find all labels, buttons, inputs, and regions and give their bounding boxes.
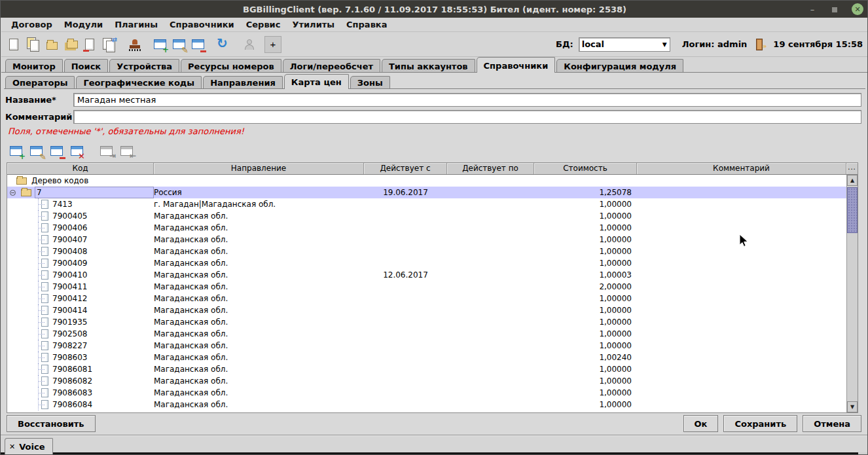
sub-tab[interactable]: Географические коды: [76, 76, 202, 89]
code-value: 7: [35, 187, 154, 198]
add-tab-button[interactable]: +: [264, 36, 281, 53]
code-cell: 7900414: [7, 304, 154, 316]
cost-cell: 1,00000: [534, 257, 637, 269]
menu-item[interactable]: Модули: [58, 18, 109, 31]
main-tab[interactable]: Логи/переобсчет: [283, 59, 380, 73]
table-row[interactable]: 7900406Магаданская обл.1,00000: [7, 222, 846, 234]
main-tab[interactable]: Поиск: [64, 59, 108, 73]
valid-to-cell: [447, 293, 534, 304]
table-row[interactable]: 7900410Магаданская обл.12.06.20171,00003: [7, 269, 846, 281]
name-input[interactable]: [73, 93, 861, 107]
column-header[interactable]: Стоимость: [534, 163, 637, 174]
table-row[interactable]: 7900409Магаданская обл.1,00000: [7, 257, 846, 269]
code-cell: 7908603: [7, 352, 154, 363]
column-header[interactable]: Действует по: [447, 163, 534, 174]
valid-to-cell: [447, 246, 534, 257]
table-row[interactable]: 7900405Магаданская обл.1,00000: [7, 210, 846, 222]
direction-cell: Магаданская обл.: [154, 222, 364, 234]
table-row[interactable]: 7900414Магаданская обл.1,00000: [7, 304, 846, 316]
refresh-icon[interactable]: ↻: [216, 37, 232, 52]
main-tab[interactable]: Ресурсы номеров: [181, 59, 281, 73]
valid-from-cell: [364, 281, 447, 293]
direction-cell: г. Магадан|Магаданская обл.: [154, 198, 364, 210]
menu-item[interactable]: Справочники: [164, 18, 240, 31]
close-button[interactable]: ✕: [852, 3, 863, 15]
menu-item[interactable]: Справка: [340, 18, 393, 31]
table-row[interactable]: 79086083Магаданская обл.1,00000: [7, 387, 846, 399]
folders-icon[interactable]: [63, 37, 79, 52]
menu-item[interactable]: Плагины: [109, 18, 164, 31]
ok-button[interactable]: Ок: [683, 415, 719, 432]
table-row[interactable]: 79086081Магаданская обл.1,00000: [7, 363, 846, 375]
valid-from-cell: [364, 222, 447, 234]
column-selector-button[interactable]: ...: [846, 163, 858, 174]
comment-cell: [637, 363, 846, 375]
tab-voice[interactable]: ✕ Voice: [5, 438, 53, 454]
toolbar-icons: ⇄+✎↻: [7, 37, 261, 52]
table-row[interactable]: 79086084Магаданская обл.1,00000: [7, 399, 846, 410]
add-row-icon[interactable]: +: [8, 143, 25, 159]
minimize-button[interactable]: –: [807, 5, 818, 14]
comment-input[interactable]: [73, 110, 861, 124]
table-row[interactable]: 79086082Магаданская обл.1,00000: [7, 375, 846, 387]
column-header[interactable]: Направление: [154, 163, 364, 174]
name-form-row: Название*: [5, 92, 861, 107]
edit-window-icon[interactable]: ✎: [172, 37, 187, 52]
menu-item[interactable]: Договор: [5, 18, 58, 31]
db-select[interactable]: local ▼: [579, 37, 670, 52]
remove-document-icon[interactable]: [82, 37, 98, 52]
column-header[interactable]: Комментарий: [637, 163, 846, 174]
sub-tab[interactable]: Операторы: [5, 76, 75, 89]
scroll-down-button[interactable]: ▼: [847, 401, 858, 412]
sub-tab[interactable]: Зоны: [350, 76, 390, 89]
table-row[interactable]: 7413г. Магадан|Магаданская обл.1,00000: [7, 198, 846, 210]
add-window-icon[interactable]: +: [153, 37, 168, 52]
table-row[interactable]: 7902508Магаданская обл.1,00000: [7, 328, 846, 340]
column-header[interactable]: Код: [7, 163, 154, 174]
main-tab[interactable]: Конфигурация модуля: [556, 59, 683, 73]
stamp-icon[interactable]: [127, 37, 143, 52]
table-row[interactable]: 7908603Магаданская обл.1,00240: [7, 352, 846, 363]
scroll-up-button[interactable]: ▲: [847, 175, 858, 186]
main-tab[interactable]: Типы аккаунтов: [382, 59, 475, 73]
export-icon: ⇤: [118, 143, 136, 159]
open-document-icon[interactable]: [26, 37, 41, 52]
scrollbar-thumb[interactable]: [847, 187, 858, 233]
tree-expand-handle-icon[interactable]: [10, 190, 16, 196]
name-label: Название*: [5, 95, 73, 105]
edit-row-icon[interactable]: ✎: [28, 143, 45, 159]
remove-row-icon[interactable]: [48, 143, 65, 159]
column-header[interactable]: Действует с: [364, 163, 447, 174]
delete-row-icon[interactable]: ✕: [69, 143, 86, 159]
cancel-button[interactable]: Отмена: [803, 415, 861, 432]
logout-door-icon[interactable]: »: [755, 39, 765, 50]
copy-document-icon[interactable]: ⇄: [101, 37, 117, 52]
table-row[interactable]: 7900412Магаданская обл.1,00000: [7, 293, 846, 304]
main-tab[interactable]: Монитор: [5, 59, 63, 73]
table-row[interactable]: 7900411Магаданская обл.2,00000: [7, 281, 846, 293]
vertical-scrollbar[interactable]: ▲ ▼: [846, 175, 858, 412]
new-document-icon[interactable]: [7, 37, 22, 52]
menu-item[interactable]: Сервис: [240, 18, 287, 31]
remove-window-icon[interactable]: [190, 37, 206, 52]
sub-tab[interactable]: Карта цен: [284, 74, 349, 89]
main-tab[interactable]: Справочники: [477, 57, 556, 73]
table-row[interactable]: 7908227Магаданская обл.1,00000: [7, 340, 846, 352]
close-tab-icon[interactable]: ✕: [9, 443, 15, 451]
table-row[interactable]: 7Россия19.06.20171,25078: [7, 187, 846, 198]
main-tab[interactable]: Устройства: [109, 59, 179, 73]
direction-cell: Магаданская обл.: [154, 293, 364, 304]
save-button[interactable]: Сохранить: [723, 415, 797, 432]
menu-item[interactable]: Утилиты: [286, 18, 340, 31]
table-row[interactable]: 7900408Магаданская обл.1,00000: [7, 246, 846, 257]
folder-icon[interactable]: [45, 37, 60, 52]
restore-data-button[interactable]: Восстановить: [7, 415, 96, 432]
comment-cell: [637, 375, 846, 387]
code-value: 7900408: [52, 246, 87, 257]
sub-tab[interactable]: Направления: [203, 76, 283, 89]
user-icon[interactable]: [242, 37, 257, 52]
table-row[interactable]: 7901935Магаданская обл.1,00000: [7, 316, 846, 328]
tree-root-row[interactable]: Дерево кодов: [7, 175, 846, 187]
restore-button[interactable]: [829, 5, 840, 14]
table-row[interactable]: 7900407Магаданская обл.1,00000: [7, 234, 846, 246]
